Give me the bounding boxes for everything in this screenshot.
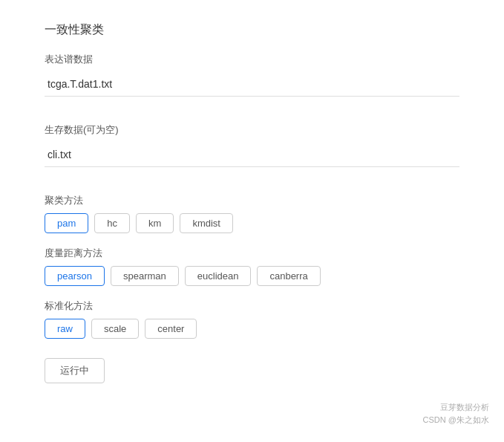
clustering-method-label: 聚类方法 (45, 194, 459, 207)
watermark-line2: CSDN @朱之如水 (423, 414, 489, 427)
normalization-method-group: rawscalecenter (45, 319, 459, 339)
clustering-method-group: pamhckmkmdist (45, 213, 459, 233)
survival-data-input[interactable] (45, 143, 459, 167)
run-button[interactable]: 运行中 (45, 358, 105, 383)
normalization-btn-scale[interactable]: scale (91, 319, 139, 339)
survival-data-section: 生存数据(可为空) (45, 123, 459, 181)
clustering-btn-km[interactable]: km (136, 213, 174, 233)
watermark: 豆芽数据分析 CSDN @朱之如水 (423, 401, 489, 427)
distance-btn-spearman[interactable]: spearman (111, 266, 179, 286)
normalization-btn-raw[interactable]: raw (45, 319, 85, 339)
distance-method-label: 度量距离方法 (45, 247, 459, 260)
clustering-btn-hc[interactable]: hc (94, 213, 130, 233)
normalization-method-section: 标准化方法 rawscalecenter (45, 299, 459, 339)
expression-data-section: 表达谱数据 (45, 53, 459, 110)
watermark-line1: 豆芽数据分析 (423, 401, 489, 415)
clustering-btn-kmdist[interactable]: kmdist (180, 213, 233, 233)
distance-method-section: 度量距离方法 pearsonspearmaneuclideancanberra (45, 247, 459, 286)
clustering-method-section: 聚类方法 pamhckmkmdist (45, 194, 459, 233)
expression-data-input[interactable] (45, 72, 459, 97)
distance-btn-canberra[interactable]: canberra (257, 266, 320, 286)
distance-method-group: pearsonspearmaneuclideancanberra (45, 266, 459, 286)
clustering-btn-pam[interactable]: pam (45, 213, 88, 233)
page-title: 一致性聚类 (45, 22, 459, 38)
normalization-btn-center[interactable]: center (145, 319, 197, 339)
expression-data-label: 表达谱数据 (45, 53, 459, 66)
survival-data-label: 生存数据(可为空) (45, 123, 459, 137)
distance-btn-euclidean[interactable]: euclidean (185, 266, 252, 286)
distance-btn-pearson[interactable]: pearson (45, 266, 105, 286)
normalization-method-label: 标准化方法 (45, 299, 459, 313)
